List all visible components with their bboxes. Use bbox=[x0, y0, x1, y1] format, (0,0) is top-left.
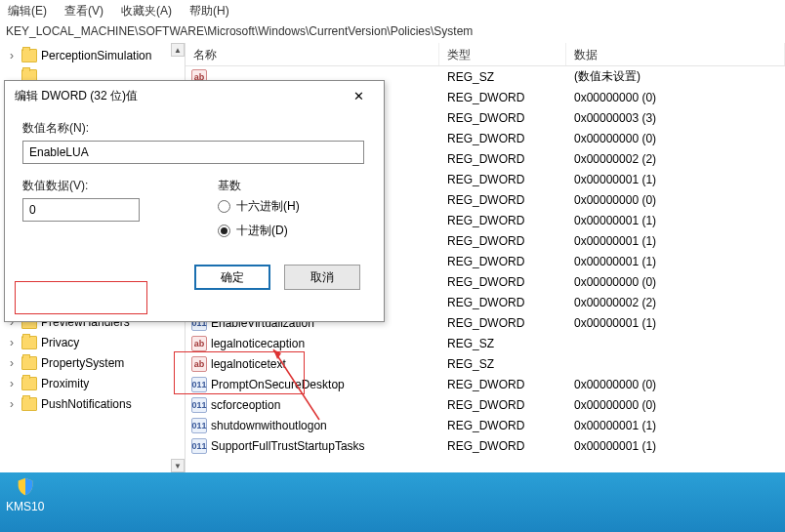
scroll-up-icon[interactable]: ▲ bbox=[171, 43, 185, 57]
reg-bin-icon: 011 bbox=[191, 438, 207, 454]
list-header: 名称 类型 数据 bbox=[186, 43, 785, 66]
value-data: 0x00000000 (0) bbox=[566, 193, 785, 207]
reg-str-icon: ab bbox=[191, 356, 207, 372]
value-type: REG_DWORD bbox=[439, 398, 566, 412]
value-data: 0x00000000 (0) bbox=[566, 275, 785, 289]
value-row[interactable]: 011scforceoptionREG_DWORD0x00000000 (0) bbox=[186, 394, 785, 415]
ok-button[interactable]: 确定 bbox=[194, 265, 270, 290]
value-data: 0x00000001 (1) bbox=[566, 214, 785, 227]
col-type[interactable]: 类型 bbox=[439, 43, 566, 65]
menu-favorites[interactable]: 收藏夹(A) bbox=[121, 3, 172, 20]
value-name-input[interactable] bbox=[22, 141, 364, 164]
value-type: REG_DWORD bbox=[439, 275, 566, 289]
value-type: REG_DWORD bbox=[439, 316, 566, 330]
value-type: REG_DWORD bbox=[439, 152, 566, 166]
col-name[interactable]: 名称 bbox=[186, 43, 439, 65]
chevron-right-icon: › bbox=[6, 336, 18, 349]
tree-item[interactable]: ›PropertySystem bbox=[0, 352, 185, 373]
value-type: REG_DWORD bbox=[439, 419, 566, 432]
chevron-right-icon: › bbox=[6, 377, 18, 390]
menu-view[interactable]: 查看(V) bbox=[64, 3, 103, 20]
value-type: REG_DWORD bbox=[439, 234, 566, 248]
value-data: 0x00000002 (2) bbox=[566, 152, 785, 166]
chevron-right-icon: › bbox=[6, 397, 18, 411]
value-type: REG_DWORD bbox=[439, 439, 566, 453]
value-row[interactable]: ablegalnoticecaptionREG_SZ bbox=[186, 333, 785, 353]
value-data: 0x00000001 (1) bbox=[566, 234, 785, 248]
tree-item[interactable]: ›PerceptionSimulation bbox=[0, 45, 185, 65]
value-type: REG_DWORD bbox=[439, 111, 566, 125]
value-type: REG_DWORD bbox=[439, 132, 566, 145]
value-type: REG_DWORD bbox=[439, 91, 566, 104]
value-row[interactable]: 011shutdownwithoutlogonREG_DWORD0x000000… bbox=[186, 415, 785, 435]
value-data: (数值未设置) bbox=[566, 68, 785, 85]
tree-item-label: Proximity bbox=[41, 377, 89, 390]
value-type: REG_DWORD bbox=[439, 173, 566, 186]
value-data: 0x00000000 (0) bbox=[566, 398, 785, 412]
value-row[interactable]: 011PromptOnSecureDesktopREG_DWORD0x00000… bbox=[186, 374, 785, 394]
value-data: 0x00000002 (2) bbox=[566, 296, 785, 309]
value-type: REG_DWORD bbox=[439, 193, 566, 207]
folder-icon bbox=[21, 377, 37, 390]
desktop-shortcut-kms10[interactable]: KMS10 bbox=[6, 476, 44, 513]
value-type: REG_DWORD bbox=[439, 255, 566, 268]
value-type: REG_DWORD bbox=[439, 214, 566, 227]
value-type: REG_DWORD bbox=[439, 296, 566, 309]
folder-icon bbox=[21, 397, 37, 411]
value-name: SupportFullTrustStartupTasks bbox=[211, 439, 365, 453]
base-label: 基数 bbox=[218, 178, 300, 194]
value-type: REG_SZ bbox=[439, 70, 566, 84]
dialog-title: 编辑 DWORD (32 位)值 bbox=[15, 88, 138, 104]
reg-bin-icon: 011 bbox=[191, 377, 207, 392]
value-data: 0x00000001 (1) bbox=[566, 439, 785, 453]
tree-item-label: PerceptionSimulation bbox=[41, 49, 151, 62]
menu-edit[interactable]: 编辑(E) bbox=[8, 3, 47, 20]
radio-icon bbox=[218, 200, 230, 213]
value-name-label: 数值名称(N): bbox=[22, 120, 366, 137]
radio-hex[interactable]: 十六进制(H) bbox=[218, 198, 300, 215]
chevron-right-icon: › bbox=[6, 49, 18, 62]
address-bar[interactable]: KEY_LOCAL_MACHINE\SOFTWARE\Microsoft\Win… bbox=[0, 21, 785, 43]
tree-item[interactable]: ›PushNotifications bbox=[0, 393, 185, 414]
reg-str-icon: ab bbox=[191, 336, 207, 351]
folder-icon bbox=[21, 336, 37, 349]
menu-help[interactable]: 帮助(H) bbox=[189, 3, 229, 20]
value-name: shutdownwithoutlogon bbox=[211, 419, 327, 432]
tree-item[interactable]: ›Proximity bbox=[0, 373, 185, 393]
dialog-titlebar: 编辑 DWORD (32 位)值 ✕ bbox=[5, 81, 384, 110]
radio-icon bbox=[218, 225, 230, 237]
cancel-button[interactable]: 取消 bbox=[284, 265, 360, 290]
radio-dec[interactable]: 十进制(D) bbox=[218, 223, 300, 239]
value-row[interactable]: 011SupportFullTrustStartupTasksREG_DWORD… bbox=[186, 435, 785, 456]
tree-item-label: PropertySystem bbox=[41, 356, 124, 370]
value-data: 0x00000001 (1) bbox=[566, 316, 785, 330]
value-data: 0x00000001 (1) bbox=[566, 255, 785, 268]
value-data: 0x00000003 (3) bbox=[566, 111, 785, 125]
value-type: REG_DWORD bbox=[439, 378, 566, 391]
menubar: 编辑(E) 查看(V) 收藏夹(A) 帮助(H) bbox=[0, 0, 785, 21]
close-icon[interactable]: ✕ bbox=[343, 85, 374, 106]
value-name: legalnoticecaption bbox=[211, 337, 305, 350]
col-data[interactable]: 数据 bbox=[566, 43, 785, 65]
value-data-label: 数值数据(V): bbox=[22, 178, 179, 194]
value-row[interactable]: ablegalnoticetextREG_SZ bbox=[186, 353, 785, 374]
tree-item-label: PushNotifications bbox=[41, 397, 132, 411]
folder-icon bbox=[21, 356, 37, 370]
value-data-input[interactable] bbox=[22, 198, 140, 222]
value-name: scforceoption bbox=[211, 398, 280, 412]
value-type: REG_SZ bbox=[439, 357, 566, 371]
value-data: 0x00000000 (0) bbox=[566, 378, 785, 391]
desktop-shortcut-label: KMS10 bbox=[6, 500, 44, 513]
value-name: legalnoticetext bbox=[211, 357, 286, 371]
desktop: KMS10 bbox=[0, 472, 785, 532]
reg-bin-icon: 011 bbox=[191, 418, 207, 433]
value-type: REG_SZ bbox=[439, 337, 566, 350]
value-name: PromptOnSecureDesktop bbox=[211, 378, 345, 391]
value-data: 0x00000001 (1) bbox=[566, 419, 785, 432]
tree-item[interactable]: ›Privacy bbox=[0, 332, 185, 352]
scroll-down-icon[interactable]: ▼ bbox=[171, 459, 185, 472]
reg-bin-icon: 011 bbox=[191, 397, 207, 413]
chevron-right-icon: › bbox=[6, 356, 18, 370]
tree-item-label: Privacy bbox=[41, 336, 79, 349]
folder-icon bbox=[21, 49, 37, 62]
